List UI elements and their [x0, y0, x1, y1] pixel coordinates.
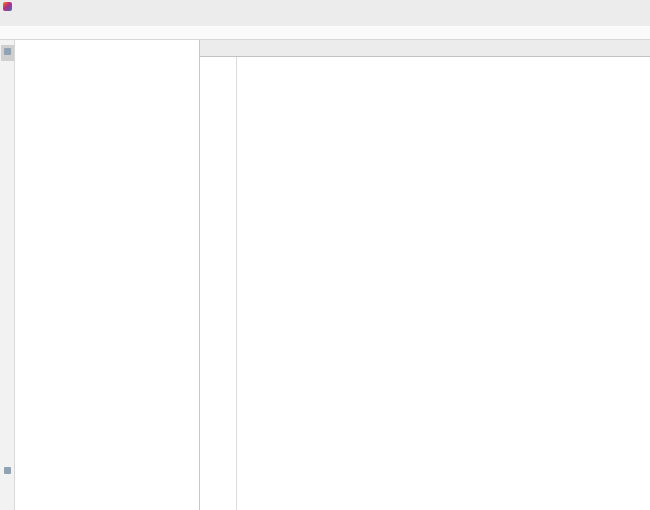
editor-gutter[interactable] — [200, 57, 237, 510]
intellij-logo-icon — [3, 2, 12, 11]
breadcrumb — [0, 26, 650, 40]
tool-window-button-structure[interactable] — [1, 464, 14, 480]
tool-window-button-project[interactable] — [1, 45, 14, 61]
editor-area — [200, 40, 650, 510]
project-panel — [15, 40, 200, 510]
project-panel-header — [15, 40, 199, 56]
window-titlebar — [0, 0, 650, 13]
code-editor[interactable] — [200, 57, 650, 510]
tool-window-stripe — [0, 40, 15, 510]
menu-bar — [0, 13, 650, 26]
project-tree — [15, 56, 199, 510]
structure-tool-icon — [4, 467, 11, 474]
project-tool-icon — [4, 48, 11, 55]
editor-tab-bar — [200, 40, 650, 57]
